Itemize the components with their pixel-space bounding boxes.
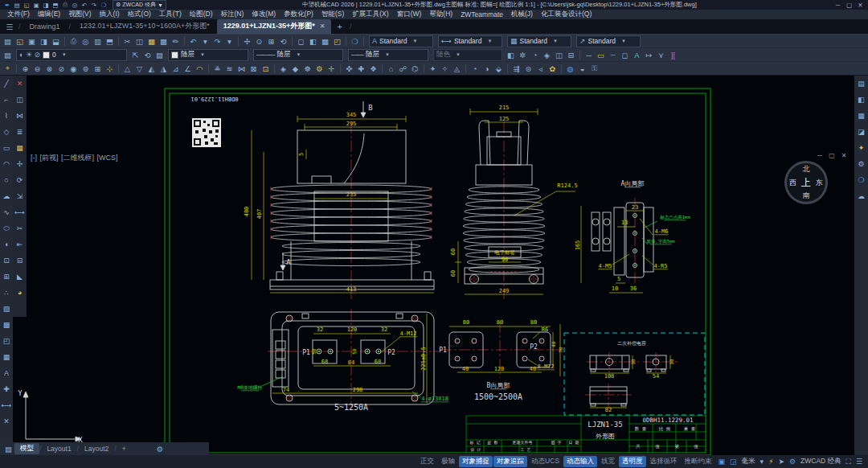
layer-off-icon[interactable]: ◔ [529,51,541,60]
close-window-icon[interactable]: ✕ [855,2,866,9]
table-icon[interactable]: ▦ [0,349,13,365]
copy-object-icon[interactable]: ◫ [14,92,27,108]
mech-tool-29-icon[interactable]: ⌂ [385,64,397,73]
doc-tab-1232[interactable]: 1232.01+LJZW1-35+10~1600A+外形图* [73,19,216,34]
mech-tool-33-icon[interactable]: ✧ [439,64,451,73]
cut-icon[interactable]: ✂ [121,37,133,46]
ellipse-arc-icon[interactable]: ◖ [0,236,13,252]
item-7[interactable]: 透明度 [619,456,646,467]
rectangle-tool-icon[interactable]: ▭ [595,51,607,60]
gradient-icon[interactable]: ▩ [0,317,13,333]
mech-tool-19-icon[interactable]: ⊠ [248,64,260,73]
mech-tool-43-icon[interactable]: ◒ [576,64,588,73]
options-icon[interactable]: ⚙ [855,156,868,172]
tab-layout2[interactable]: Layout2 [79,444,114,454]
menubar-15[interactable]: 机械(J) [507,10,537,19]
design-center-icon[interactable]: ◧ [855,92,868,108]
workspace-gear-icon[interactable]: ⚙ [787,458,798,466]
paste-icon[interactable]: ▦ [145,37,158,46]
mech-tool-21-icon[interactable]: ◈ [277,64,289,73]
mech-tool-32-icon[interactable]: ✦ [427,64,439,73]
polyline-icon[interactable]: ⌇ [0,108,13,124]
osnap-tool-icon[interactable]: ⋎ [655,51,667,60]
menubar-3[interactable]: 插入(I) [96,10,124,19]
layer-isolate-icon[interactable]: ◧ [505,51,517,60]
new-file-icon[interactable]: ▤ [12,2,22,9]
item-3[interactable]: 对象追踪 [493,456,527,467]
workspace-label[interactable]: ZWCAD 经典 [798,457,844,466]
mech-tool-8-icon[interactable]: ⊹ [104,64,116,73]
trim-icon[interactable]: ✂ [14,220,27,236]
help-icon[interactable]: ❍ [349,37,361,46]
mech-tool-1-icon[interactable]: ⊕ [19,64,31,73]
mech-tool-25-icon[interactable]: ✛ [326,64,338,73]
rotate-icon[interactable]: ⟳ [14,172,27,188]
layer-walk-icon[interactable]: ◫ [553,51,565,60]
insert-block-icon[interactable]: ⊡ [0,252,13,269]
item-8[interactable]: 选择循环 [647,456,681,467]
mech-tool-14-icon[interactable]: ∠ [182,64,194,73]
revcloud-icon[interactable]: ☁ [0,188,13,204]
menubar-13[interactable]: 帮助(H) [425,10,457,19]
extend-icon[interactable]: ⇤ [14,236,27,252]
tool-palettes-icon[interactable]: ▦ [855,108,868,124]
mech-tool-36-icon[interactable]: ◑ [481,64,493,73]
gear-icon[interactable]: ⚙ [154,445,166,454]
mech-tool-16-icon[interactable]: ≗ [211,64,223,73]
lineweight-combo[interactable]: —— 随层 ▼ [348,49,428,61]
break-tool-icon[interactable]: ][ [667,51,679,60]
xline-icon[interactable]: ⌐ [0,92,13,108]
undo-icon[interactable]: ↶ [187,37,199,46]
stretch-icon[interactable]: ⟷ [14,204,27,220]
properties-palette-icon[interactable]: ▤ [855,76,868,92]
mech-tool-35-icon[interactable]: ◔ [469,64,481,73]
rectangle-icon[interactable]: ▭ [0,140,13,156]
mech-tool-37-icon[interactable]: ⬙ [493,64,505,73]
mech-tool-31-icon[interactable]: ⌬ [409,64,421,73]
spline-icon[interactable]: ∿ [0,204,13,220]
cloud-icon[interactable]: ☁ [855,188,868,204]
visual-style-control[interactable]: [二维线框] [61,154,94,162]
make-object-layer-current-icon[interactable]: ⇱ [129,51,141,60]
break-icon[interactable]: ⊟ [14,252,27,269]
workspace-switcher[interactable]: ⚙ ZWCAD 经典 ▼ [113,0,166,10]
doc-tab-1229-active[interactable]: 1229.01+LJZN1-35+外形图*✕ [217,19,332,34]
mech-tool-5-icon[interactable]: ◉ [68,64,80,73]
publish-icon[interactable]: ⬒ [104,37,116,46]
open-file-icon[interactable]: ◱ [22,2,31,9]
layer-combo[interactable]: ◐ ☀ ⊘ 0 ▼ [16,49,127,61]
ellipse-icon[interactable]: ⬭ [0,220,13,236]
export-icon[interactable]: ⬒ [51,2,60,9]
layer-merge-icon[interactable]: ⊟ [565,51,577,60]
viewport-menu[interactable]: [-] [31,154,37,162]
sheet-set-icon[interactable]: ◪ [855,124,868,140]
item-4[interactable]: 动态UCS [528,456,563,467]
plot-preview-icon[interactable]: ◎ [70,2,80,9]
navigation-compass[interactable]: 北 西 东 南 上 [784,161,828,204]
redo-caret-icon[interactable]: ▾ [223,37,235,46]
menubar-2[interactable]: 视图(V) [64,10,95,19]
minimize-window-icon[interactable]: ─ [833,2,843,9]
doc-restore-icon[interactable]: ▢ [827,152,837,159]
doc-close-icon[interactable]: ✕ [839,152,849,159]
menubar-12[interactable]: 窗口(W) [393,10,426,19]
mech-tool-9-icon[interactable]: △ [121,64,133,73]
region-icon[interactable]: ◰ [0,333,13,349]
mleader-style-combo[interactable]: ↗ Standard ▼ [576,35,641,47]
menubar-10[interactable]: 智能(S) [317,10,348,19]
line-tool-icon[interactable]: ─ [583,51,595,60]
new-file-icon[interactable]: ▤ [2,37,14,46]
close-icon[interactable]: ✕ [320,23,326,30]
mech-tool-11-icon[interactable]: ◭ [145,64,158,73]
unit-caret-icon[interactable]: ▾ [758,458,767,466]
restore-window-icon[interactable]: ▢ [844,2,854,9]
tab-layout1[interactable]: Layout1 [41,444,76,454]
mech-tool-6-icon[interactable]: ⊚ [80,64,92,73]
app-logo-icon[interactable]: ✒ [2,2,12,9]
circle-icon[interactable]: ○ [0,172,13,188]
polygon-icon[interactable]: ◇ [0,124,13,140]
menubar-16[interactable]: 化工装备设计(Q) [537,10,596,19]
help-dock-icon[interactable]: ❍ [855,172,868,188]
redo-icon[interactable]: ↷ [89,2,99,9]
copy-icon[interactable]: ◫ [133,37,145,46]
